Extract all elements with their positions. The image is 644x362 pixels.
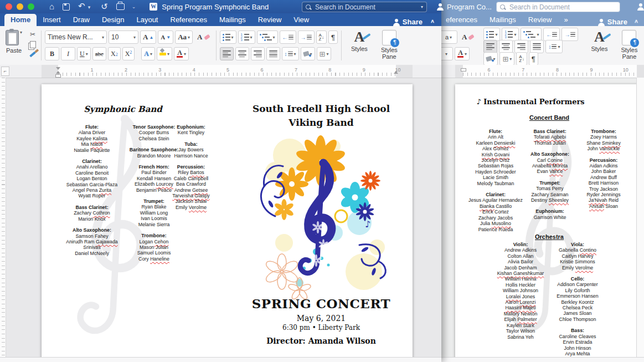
subscript-button[interactable]: X2 xyxy=(108,47,121,60)
horizontal-ruler[interactable]: 12345678910 ⌐ xyxy=(0,65,441,78)
back-ribbon-collapse-chevron[interactable]: ∧ xyxy=(634,18,638,24)
clear-formatting-button[interactable]: A xyxy=(194,30,212,44)
font-color-button[interactable]: A▾ xyxy=(174,47,189,60)
clear-formatting-button[interactable]: A xyxy=(459,30,477,44)
save-icon[interactable] xyxy=(63,3,70,11)
font-name-select[interactable]: Times New R...▾ xyxy=(45,30,107,44)
first-line-indent-marker[interactable] xyxy=(56,67,60,70)
borders-button[interactable]: ⊞▾ xyxy=(499,52,514,65)
back-share-button[interactable]: Share xyxy=(598,18,627,26)
home-icon[interactable]: ⌂ xyxy=(49,0,54,13)
align-center-button[interactable] xyxy=(235,47,249,60)
align-left-button[interactable] xyxy=(220,47,234,60)
align-center-button[interactable] xyxy=(499,40,513,53)
styles-button[interactable]: AStyles xyxy=(347,30,372,52)
increase-indent-button[interactable]: → xyxy=(561,28,578,41)
grow-font-button[interactable]: A▲ xyxy=(140,30,156,44)
tab-home[interactable]: Home xyxy=(4,14,37,26)
multilevel-list-button[interactable]: ▾ xyxy=(521,28,542,41)
undo-button[interactable]: ↶▾ xyxy=(78,0,93,14)
decrease-indent-button[interactable]: ← xyxy=(543,28,560,41)
zoom-button[interactable] xyxy=(28,3,34,10)
highlight-button[interactable]: ▾ xyxy=(157,47,172,60)
close-button[interactable] xyxy=(6,3,12,10)
back-ruler[interactable]: 678910 xyxy=(432,65,644,78)
format-painter-button[interactable] xyxy=(28,50,38,59)
shrink-font-button[interactable]: A▼ xyxy=(158,30,173,44)
tab-design[interactable]: Design xyxy=(96,14,130,26)
search-box[interactable]: ▾ xyxy=(302,2,427,12)
borders-button[interactable]: ⊞▾ xyxy=(317,47,332,60)
paste-button[interactable]: ▾ Paste xyxy=(0,26,27,65)
shading-button[interactable]: ▾ xyxy=(483,52,498,65)
change-case-button[interactable]: Aa▾ xyxy=(175,30,193,44)
redo-button[interactable]: ↺ xyxy=(101,0,108,13)
tab-stop-selector[interactable]: ⌐ xyxy=(1,67,9,76)
minimize-button[interactable] xyxy=(17,3,23,10)
back-document-page[interactable]: ♪ Instrumental Performers Concert Band F… xyxy=(455,84,644,362)
toolbar-overflow-caret[interactable]: ⌄ xyxy=(132,4,136,9)
align-left-button[interactable] xyxy=(483,40,497,53)
back-tab-[interactable]: » xyxy=(558,14,574,26)
tab-layout[interactable]: Layout xyxy=(130,14,164,26)
font-size-select[interactable]: 10▾ xyxy=(109,30,138,44)
instrument-section: Cello:Addison CarpenterLily GoforthEmmer… xyxy=(544,276,611,322)
numbering-button[interactable]: 123▾ xyxy=(238,30,255,44)
bold-button[interactable]: B xyxy=(45,47,59,60)
misspelled-text: Anisah xyxy=(589,203,604,209)
tab-references[interactable]: References xyxy=(164,14,213,26)
back-horizontal-scrollbar[interactable] xyxy=(432,357,644,362)
paragraph-marks-button[interactable]: ¶ xyxy=(529,52,538,65)
indent-marker[interactable] xyxy=(461,68,466,72)
justify-button[interactable] xyxy=(530,40,544,53)
tab-draw[interactable]: Draw xyxy=(67,14,96,26)
underline-caret[interactable]: ▾ xyxy=(440,47,453,60)
change-case-button[interactable]: a▾ xyxy=(440,30,457,44)
shading-button[interactable]: ▾ xyxy=(301,47,315,60)
ribbon-collapse-chevron[interactable]: ∧ xyxy=(430,18,435,24)
hanging-indent-marker[interactable] xyxy=(56,71,60,74)
decrease-indent-button[interactable]: ← xyxy=(280,30,296,44)
back-styles-button[interactable]: AStyles xyxy=(587,30,611,52)
back-tab-mailings[interactable]: Mailings xyxy=(483,14,522,26)
back-styles-pane-button[interactable]: Styles Pane xyxy=(617,30,641,60)
bullets-button[interactable]: ▾ xyxy=(483,28,500,41)
sort-button[interactable]: AZ↓ xyxy=(516,52,527,65)
styles-pane-button[interactable]: Styles Pane xyxy=(377,30,401,60)
text-effects-button[interactable]: A▾ xyxy=(141,47,155,60)
horizontal-scrollbar[interactable] xyxy=(0,357,441,362)
paragraph-marks-button[interactable]: ¶ xyxy=(328,30,338,44)
sort-button[interactable]: AZ↓ xyxy=(316,30,327,44)
numbering-button[interactable]: 123▾ xyxy=(502,28,519,41)
tab-insert[interactable]: Insert xyxy=(37,14,67,26)
vertical-ruler[interactable] xyxy=(0,78,6,362)
justify-button[interactable] xyxy=(266,47,280,60)
multilevel-list-button[interactable]: ▾ xyxy=(257,30,278,44)
copy-button[interactable] xyxy=(28,40,38,49)
underline-button[interactable]: U▾ xyxy=(77,47,91,60)
back-vertical-scrollbar[interactable] xyxy=(636,78,644,362)
cut-button[interactable]: ✂ xyxy=(28,30,38,39)
align-right-button[interactable] xyxy=(514,40,528,53)
document-page[interactable]: Symphonic Band Flute:Alana DriverKaylee … xyxy=(42,84,413,362)
align-right-button[interactable] xyxy=(251,47,265,60)
back-search-box[interactable] xyxy=(496,2,620,12)
tab-review[interactable]: Review xyxy=(252,14,288,26)
superscript-button[interactable]: X2 xyxy=(122,47,135,60)
right-indent-marker[interactable] xyxy=(394,71,398,74)
font-color-button[interactable]: A▾ xyxy=(455,47,470,60)
line-spacing-button[interactable]: ↕▾ xyxy=(282,47,299,60)
print-button[interactable] xyxy=(116,3,125,10)
search-input[interactable] xyxy=(314,3,421,12)
bullets-button[interactable]: ▾ xyxy=(220,30,236,44)
tab-view[interactable]: View xyxy=(287,14,315,26)
tab-mailings[interactable]: Mailings xyxy=(213,14,252,26)
strikethrough-button[interactable]: abc xyxy=(92,47,106,60)
share-button[interactable]: Share xyxy=(393,18,423,26)
back-search-input[interactable] xyxy=(508,3,616,12)
back-tab-review[interactable]: Review xyxy=(522,14,558,26)
increase-indent-button[interactable]: → xyxy=(298,30,315,44)
back-tab-eferences[interactable]: eferences xyxy=(440,14,483,26)
line-spacing-button[interactable]: ↕▾ xyxy=(545,40,563,53)
italic-button[interactable]: I xyxy=(61,47,75,60)
